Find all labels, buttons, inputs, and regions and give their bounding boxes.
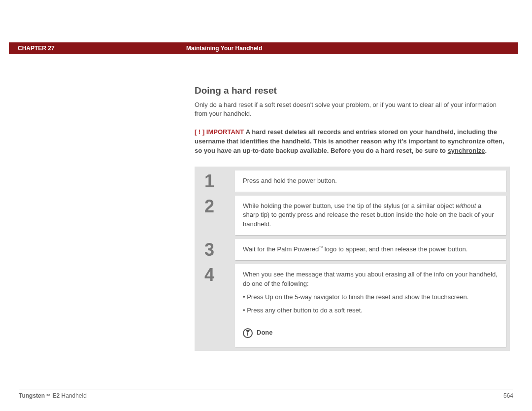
step-number: 3	[199, 239, 235, 260]
chapter-title: Maintaining Your Handheld	[186, 44, 262, 53]
step-body: When you see the message that warns you …	[235, 264, 506, 346]
steps-box: 1 Press and hold the power button. 2 Whi…	[195, 167, 510, 351]
step-number: 1	[199, 171, 235, 192]
page-footer: Tungsten™ E2 Handheld 564	[19, 389, 513, 400]
done-icon	[243, 328, 253, 338]
step-text: Press and hold the power button.	[243, 176, 498, 186]
step-2: 2 While holding the power button, use th…	[199, 196, 506, 236]
step-lead: When you see the message that warns you …	[243, 270, 498, 289]
step-4: 4 When you see the message that warns yo…	[199, 264, 506, 346]
important-text-2: .	[485, 147, 487, 154]
intro-paragraph: Only do a hard reset if a soft reset doe…	[195, 101, 510, 119]
chapter-label: CHAPTER 27	[18, 44, 55, 53]
step-3: 3 Wait for the Palm Powered™ logo to app…	[199, 239, 506, 260]
main-content: Doing a hard reset Only do a hard reset …	[195, 84, 510, 351]
step-bullet-1: • Press Up on the 5-way navigator to fin…	[243, 293, 498, 302]
step-1: 1 Press and hold the power button.	[199, 171, 506, 192]
done-label: Done	[257, 328, 273, 338]
step-number: 2	[199, 196, 235, 236]
step-text: While holding the power button, use the …	[243, 202, 498, 230]
page-number: 564	[503, 392, 513, 400]
step-text: Wait for the Palm Powered™ logo to appea…	[243, 245, 498, 254]
important-label: [ ! ] IMPORTANT	[195, 128, 244, 136]
step-number: 4	[199, 264, 235, 346]
step-body: Wait for the Palm Powered™ logo to appea…	[235, 239, 506, 260]
step-body: Press and hold the power button.	[235, 171, 506, 192]
important-note: [ ! ] IMPORTANT A hard reset deletes all…	[195, 128, 510, 156]
chapter-header: CHAPTER 27 Maintaining Your Handheld	[9, 42, 518, 54]
step-bullet-2: • Press any other button to do a soft re…	[243, 306, 498, 315]
section-heading: Doing a hard reset	[195, 84, 510, 98]
synchronize-link[interactable]: synchronize	[448, 147, 485, 154]
done-row: Done	[243, 324, 498, 341]
step-body: While holding the power button, use the …	[235, 196, 506, 236]
product-name: Tungsten™ E2 Handheld	[19, 392, 87, 400]
